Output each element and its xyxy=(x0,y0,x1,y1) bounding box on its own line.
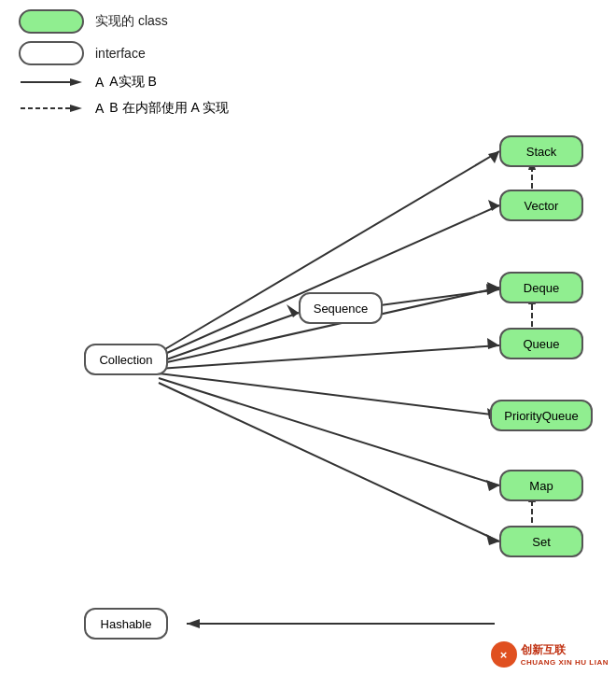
node-set: Set xyxy=(499,526,583,557)
svg-marker-1 xyxy=(70,78,82,86)
legend-filled-box xyxy=(19,9,84,34)
svg-marker-21 xyxy=(486,284,499,295)
node-vector: Vector xyxy=(499,190,583,221)
svg-marker-17 xyxy=(486,480,499,491)
solid-arrow-b-label: A实现 B xyxy=(109,74,157,91)
svg-line-8 xyxy=(159,205,499,357)
watermark-icon: × xyxy=(491,641,517,668)
svg-marker-11 xyxy=(487,282,499,293)
solid-arrow-a: A xyxy=(95,75,104,90)
legend-filled-label: 实现的 class xyxy=(95,13,168,30)
svg-marker-3 xyxy=(70,105,82,112)
node-sequence: Sequence xyxy=(299,292,383,324)
svg-marker-13 xyxy=(487,338,499,349)
node-queue: Queue xyxy=(499,328,583,359)
node-map: Map xyxy=(499,470,583,501)
legend-dashed-arrow: A B 在内部使用 A 实现 xyxy=(19,99,229,118)
node-stack: Stack xyxy=(499,135,583,167)
legend-empty-label: interface xyxy=(95,46,146,61)
svg-marker-29 xyxy=(187,619,200,628)
watermark-sub: CHUANG XIN HU LIAN xyxy=(521,658,609,667)
svg-line-18 xyxy=(159,383,499,541)
solid-arrow-graphic xyxy=(19,73,84,91)
node-deque: Deque xyxy=(499,272,583,303)
svg-line-4 xyxy=(159,313,299,362)
svg-line-16 xyxy=(159,378,499,485)
node-priority-queue: PriorityQueue xyxy=(490,400,593,431)
svg-line-14 xyxy=(159,373,499,415)
node-collection: Collection xyxy=(84,344,168,375)
legend: 实现的 class interface A A实现 B A B 在内部使用 A … xyxy=(19,9,229,125)
dashed-arrow-b-label: B 在内部使用 A 实现 xyxy=(109,100,229,117)
svg-marker-19 xyxy=(486,534,499,545)
node-hashable: Hashable xyxy=(84,608,168,640)
legend-empty-box xyxy=(19,41,84,65)
dashed-arrow-graphic xyxy=(19,99,84,118)
svg-marker-9 xyxy=(488,200,499,211)
watermark-text: 创新互联 xyxy=(521,642,609,658)
legend-empty: interface xyxy=(19,41,229,65)
svg-marker-7 xyxy=(488,151,499,163)
svg-line-12 xyxy=(159,345,499,369)
svg-marker-5 xyxy=(287,304,299,317)
legend-filled: 实现的 class xyxy=(19,9,229,34)
legend-solid-arrow: A A实现 B xyxy=(19,73,229,91)
dashed-arrow-a: A xyxy=(95,101,104,116)
watermark: × 创新互联 CHUANG XIN HU LIAN xyxy=(491,641,609,668)
